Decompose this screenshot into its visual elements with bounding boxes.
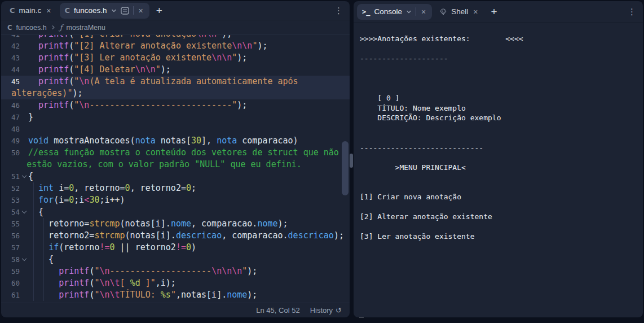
line-number: 44 <box>1 64 20 76</box>
gutter[interactable]: 50 <box>1 147 28 159</box>
close-icon[interactable]: × <box>472 7 479 16</box>
chevron-down-icon[interactable] <box>111 8 117 14</box>
close-icon[interactable]: × <box>420 7 427 16</box>
gutter[interactable]: 49 <box>1 135 28 147</box>
tab-label: Console <box>374 7 402 16</box>
gutter[interactable]: 55 <box>1 218 28 230</box>
close-icon[interactable]: × <box>138 6 144 15</box>
tab-label: Shell <box>451 7 468 16</box>
code-line-wrap: estão vazios, com o valor padrão "NULL" … <box>1 159 350 171</box>
line-number: 43 <box>1 52 20 64</box>
line-number: 50 <box>1 147 20 159</box>
fold-spacer <box>20 64 28 76</box>
code-text: printf("\n(A tela é atualizada automatic… <box>28 76 350 88</box>
gutter[interactable]: 43 <box>1 52 28 64</box>
line-number: 47 <box>1 111 20 123</box>
gutter[interactable]: 52 <box>1 182 28 194</box>
kebab-menu-icon[interactable]: ⋮ <box>332 6 345 16</box>
console-tabbar: >_ Console × Shell × + ⋮ <box>354 1 643 23</box>
c-file-icon: C <box>65 6 70 15</box>
gutter[interactable]: 41 <box>1 35 28 40</box>
code-text: } <box>28 111 350 123</box>
new-tab-button[interactable]: + <box>486 6 501 18</box>
gutter[interactable]: 44 <box>1 64 28 76</box>
code-line: 53 for(i=0;i<30;i++) <box>1 194 350 206</box>
code-line: 44 printf("[4] Deletar\n\n"); <box>1 64 350 76</box>
indent-guide <box>33 182 34 301</box>
breadcrumb-symbol[interactable]: mostraMenu <box>66 24 105 32</box>
code-text: { <box>28 254 350 265</box>
gutter[interactable]: 45 <box>1 76 28 88</box>
code-line: 56 retorno2=strcmp(notas[i].descricao, c… <box>1 230 350 242</box>
editor-scrollbar[interactable] <box>342 141 349 195</box>
fold-toggle[interactable] <box>20 254 28 265</box>
console-output-area[interactable]: >>>>Anotações existentes: <<<< ---------… <box>354 23 643 317</box>
close-icon[interactable]: × <box>45 6 52 15</box>
line-number: 45 <box>1 76 20 88</box>
code-line: 54 { <box>1 206 350 218</box>
file-outline-icon[interactable] <box>121 7 129 15</box>
gutter[interactable]: 54 <box>1 206 28 218</box>
fold-spacer <box>20 135 28 147</box>
gutter[interactable]: 46 <box>1 99 28 111</box>
gutter[interactable]: 60 <box>1 277 28 289</box>
code-line: 49void mostraAnotacoes(nota notas[30], n… <box>1 135 350 147</box>
line-number: 41 <box>1 35 20 40</box>
new-tab-button[interactable]: + <box>152 5 167 17</box>
code-line: 60 printf("\n\t[ %d ]",i); <box>1 277 350 289</box>
fold-spacer <box>20 230 28 242</box>
chevron-down-icon[interactable] <box>406 9 412 15</box>
gutter[interactable]: 53 <box>1 194 28 206</box>
line-number: 54 <box>1 206 20 218</box>
line-number: 53 <box>1 194 20 206</box>
code-editor[interactable]: 41 printf("[1] Criar nova anotação\n\n")… <box>1 35 350 303</box>
kebab-menu-icon[interactable]: ⋮ <box>625 7 638 17</box>
code-text: printf("[1] Criar nova anotação\n\n"); <box>28 35 350 40</box>
code-text: estão vazios, com o valor padrão "NULL" … <box>1 159 350 171</box>
editor-panel: C main.c × C funcoes.h × + ⋮ C funcoes.h… <box>1 1 350 317</box>
cursor-position: Ln 45, Col 52 <box>256 306 299 315</box>
indent-guide <box>43 218 44 301</box>
line-number: 55 <box>1 218 20 230</box>
chevron-down-icon <box>21 256 26 261</box>
gutter[interactable]: 58 <box>1 254 28 265</box>
fold-spacer <box>20 289 28 301</box>
tab-shell[interactable]: Shell × <box>434 4 484 20</box>
fold-spacer <box>20 277 28 289</box>
c-file-icon: C <box>7 24 12 32</box>
breadcrumb-file[interactable]: funcoes.h <box>16 24 46 32</box>
gutter[interactable]: 47 <box>1 111 28 123</box>
code-text: retorno2=strcmp(notas[i].descricao, comp… <box>28 230 350 242</box>
code-text: printf("\n----------------------------")… <box>28 99 350 111</box>
gutter[interactable]: 42 <box>1 40 28 52</box>
tab-console[interactable]: >_ Console × <box>357 4 432 20</box>
function-icon: ƒ <box>60 23 63 32</box>
line-number: 60 <box>1 277 20 289</box>
fold-toggle[interactable] <box>20 206 28 218</box>
history-icon: ↺ <box>336 306 342 315</box>
editor-statusbar: Ln 45, Col 52 History ↺ <box>1 303 350 317</box>
gutter[interactable]: 51 <box>1 171 28 182</box>
line-number: 52 <box>1 182 20 194</box>
shell-icon <box>439 8 447 16</box>
code-line-wrap: alterações)"); <box>1 88 350 99</box>
tab-funcoes-h[interactable]: C funcoes.h × <box>60 3 149 19</box>
history-label: History <box>310 306 333 315</box>
history-button[interactable]: History ↺ <box>310 306 342 315</box>
gutter[interactable]: 56 <box>1 230 28 242</box>
panel-resize-handle[interactable] <box>350 154 353 168</box>
code-line: 50//essa função mostra o conteúdo dos ve… <box>1 147 350 159</box>
code-text: //essa função mostra o conteúdo dos veto… <box>28 147 350 159</box>
tab-main-c[interactable]: C main.c × <box>5 3 58 19</box>
fold-spacer <box>20 35 28 40</box>
code-line: 51{ <box>1 171 350 182</box>
gutter[interactable]: 59 <box>1 265 28 277</box>
editor-tabbar: C main.c × C funcoes.h × + ⋮ <box>1 1 350 20</box>
c-file-icon: C <box>10 6 15 15</box>
line-number: 56 <box>1 230 20 242</box>
fold-toggle[interactable] <box>20 171 28 182</box>
gutter[interactable]: 61 <box>1 289 28 301</box>
console-output: >>>>Anotações existentes: <<<< ---------… <box>354 23 643 242</box>
gutter[interactable]: 57 <box>1 242 28 254</box>
gutter[interactable]: 48 <box>1 123 28 135</box>
